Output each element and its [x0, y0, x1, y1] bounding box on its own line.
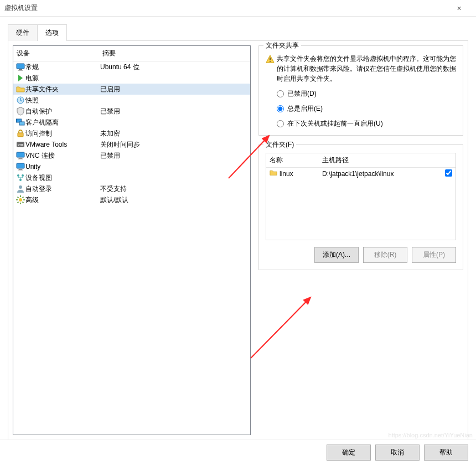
folder-name: linux	[280, 170, 322, 178]
device-summary: 已禁用	[100, 151, 248, 161]
folder-path: D:\jatpack1\jetpack\linux	[322, 170, 441, 178]
radio-always-label: 总是启用(E)	[287, 104, 323, 113]
folders-legend: 文件夹(F)	[263, 140, 296, 149]
footer-bar: 确定 取消 帮助	[0, 440, 476, 465]
folders-group: 文件夹(F) 名称 主机路径 linuxD:\jatpack1\jetpack\…	[258, 144, 463, 270]
device-row[interactable]: 自动保护已禁用	[13, 106, 250, 117]
device-summary: 已禁用	[100, 107, 248, 116]
device-row[interactable]: Unity	[13, 161, 250, 172]
annotation-arrow-2	[245, 292, 317, 365]
device-row[interactable]: 电源	[13, 73, 250, 84]
share-warning: 共享文件夹会将您的文件显示给虚拟机中的程序。这可能为您的计算机和数据带来风险。请…	[277, 54, 456, 84]
window-title: 虚拟机设置	[4, 3, 447, 13]
gear-icon	[15, 195, 25, 204]
folder-enabled-check[interactable]	[441, 169, 452, 178]
radio-until-label: 在下次关机或挂起前一直启用(U)	[287, 119, 383, 128]
device-name: VNC 连接	[25, 151, 100, 161]
col-device: 设备	[17, 49, 102, 58]
folder-icon	[270, 169, 280, 178]
displays-icon	[15, 118, 25, 127]
titlebar: 虚拟机设置 ×	[0, 0, 476, 17]
device-name: 设备视图	[25, 173, 100, 183]
radio-disabled-input[interactable]	[277, 90, 284, 97]
device-summary: Ubuntu 64 位	[100, 63, 248, 72]
folder-icon	[15, 85, 25, 94]
user-icon	[15, 184, 25, 193]
device-row[interactable]: VNC 连接已禁用	[13, 150, 250, 161]
device-summary: 未加密	[100, 129, 248, 138]
ok-button[interactable]: 确定	[327, 445, 371, 461]
device-name: 自动登录	[25, 184, 100, 194]
device-name: 高级	[25, 195, 100, 205]
monitor-icon	[15, 63, 25, 71]
device-list-header: 设备 摘要	[13, 46, 250, 61]
schema-icon	[15, 173, 25, 182]
cancel-button[interactable]: 取消	[375, 445, 420, 461]
device-name: 共享文件夹	[25, 85, 100, 94]
clock-icon	[15, 96, 25, 105]
device-row[interactable]: 自动登录不受支持	[13, 183, 250, 194]
right-pane: 文件夹共享 共享文件夹会将您的文件显示给虚拟机中的程序。这可能为您的计算机和数据…	[251, 45, 463, 435]
device-name: 客户机隔离	[25, 118, 100, 127]
device-name: 电源	[25, 74, 100, 83]
device-name: 访问控制	[25, 129, 100, 138]
col-folder-path: 主机路径	[322, 156, 452, 165]
device-summary: 已启用	[100, 85, 248, 94]
device-row[interactable]: 常规Ubuntu 64 位	[13, 61, 250, 73]
tab-options[interactable]: 选项	[37, 24, 67, 41]
device-summary: 不受支持	[100, 184, 248, 194]
device-row[interactable]: 高级默认/默认	[13, 194, 250, 205]
tab-strip: 硬件 选项	[8, 24, 468, 41]
device-row[interactable]: VMware Tools关闭时间同步	[13, 139, 250, 150]
device-summary: 关闭时间同步	[100, 140, 248, 149]
device-row[interactable]: 访问控制未加密	[13, 128, 250, 139]
monitor-icon	[15, 162, 25, 171]
device-summary: 默认/默认	[100, 195, 248, 205]
device-row[interactable]: 快照	[13, 95, 250, 106]
properties-button[interactable]: 属性(P)	[412, 247, 456, 263]
radio-disabled[interactable]: 已禁用(D)	[266, 89, 456, 99]
device-row[interactable]: 客户机隔离	[13, 117, 250, 128]
svg-line-18	[251, 297, 311, 358]
warning-icon	[266, 54, 277, 84]
lock-icon	[15, 129, 25, 138]
device-list: 设备 摘要 常规Ubuntu 64 位电源共享文件夹已启用快照自动保护已禁用客户…	[13, 45, 251, 435]
device-name: 自动保护	[25, 107, 100, 116]
col-summary: 摘要	[102, 49, 247, 58]
help-button[interactable]: 帮助	[424, 445, 468, 461]
device-name: 常规	[25, 63, 100, 72]
shield-icon	[15, 107, 25, 116]
remove-button[interactable]: 移除(R)	[363, 247, 407, 263]
folders-header: 名称 主机路径	[266, 153, 456, 168]
close-button[interactable]: ×	[447, 0, 472, 17]
device-name: VMware Tools	[25, 141, 100, 148]
radio-until-off[interactable]: 在下次关机或挂起前一直启用(U)	[266, 119, 456, 128]
device-row[interactable]: 共享文件夹已启用	[13, 84, 250, 95]
device-row[interactable]: 设备视图	[13, 172, 250, 183]
radio-disabled-label: 已禁用(D)	[287, 89, 317, 99]
folders-list: 名称 主机路径 linuxD:\jatpack1\jetpack\linux	[266, 153, 456, 240]
radio-until-input[interactable]	[277, 120, 284, 127]
col-folder-name: 名称	[270, 156, 322, 165]
device-name: 快照	[25, 96, 100, 105]
folder-row[interactable]: linuxD:\jatpack1\jetpack\linux	[266, 168, 456, 179]
power-icon	[15, 74, 25, 82]
radio-always-input[interactable]	[277, 105, 284, 112]
tab-hardware[interactable]: 硬件	[8, 24, 38, 41]
panel: 设备 摘要 常规Ubuntu 64 位电源共享文件夹已启用快照自动保护已禁用客户…	[8, 40, 468, 440]
share-group: 文件夹共享 共享文件夹会将您的文件显示给虚拟机中的程序。这可能为您的计算机和数据…	[258, 45, 463, 136]
device-name: Unity	[25, 163, 100, 170]
add-button[interactable]: 添加(A)...	[314, 247, 359, 263]
radio-always[interactable]: 总是启用(E)	[266, 104, 456, 113]
vmw-icon	[15, 140, 25, 149]
share-legend: 文件夹共享	[263, 41, 301, 50]
monitor-icon	[15, 151, 25, 160]
watermark: https://blog.csdn.net/YiYueNian	[389, 432, 473, 438]
